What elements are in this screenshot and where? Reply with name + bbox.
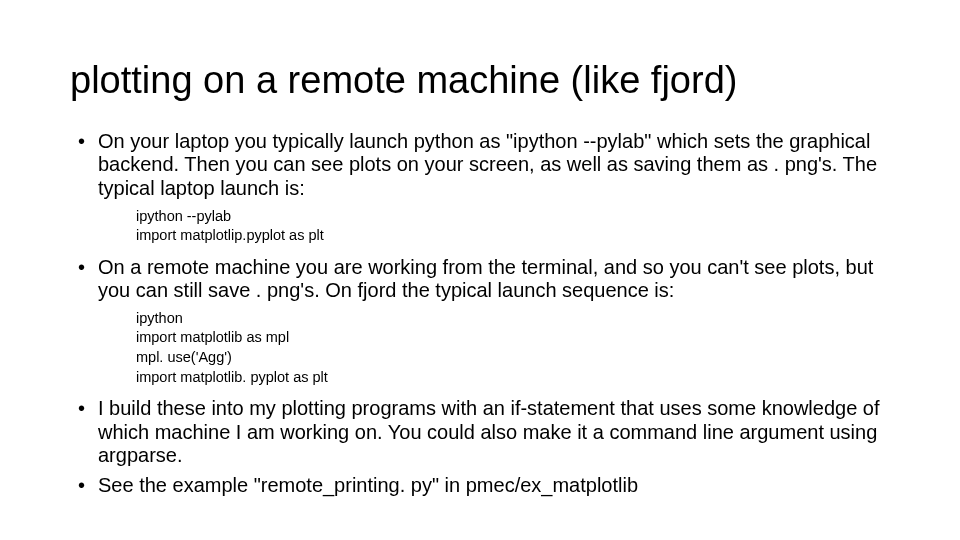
code-line: ipython --pylab [136,207,890,227]
bullet-item: See the example "remote_printing. py" in… [70,474,890,498]
code-line: import matplotlib. pyplot as plt [136,368,890,388]
bullet-text: I build these into my plotting programs … [98,397,880,466]
code-line: import matplotlib as mpl [136,328,890,348]
code-block-laptop: ipython --pylab import matplotlip.pyplot… [136,207,890,246]
slide-title: plotting on a remote machine (like fjord… [70,60,890,102]
bullet-text: On a remote machine you are working from… [98,256,873,302]
bullet-text: On your laptop you typically launch pyth… [98,130,877,199]
bullet-item: I build these into my plotting programs … [70,397,890,468]
code-line: mpl. use('Agg') [136,348,890,368]
bullet-item: On your laptop you typically launch pyth… [70,130,890,246]
code-line: import matplotlip.pyplot as plt [136,226,890,246]
slide: plotting on a remote machine (like fjord… [0,0,960,540]
bullet-text: See the example "remote_printing. py" in… [98,474,638,496]
bullet-item: On a remote machine you are working from… [70,256,890,387]
code-block-remote: ipython import matplotlib as mpl mpl. us… [136,309,890,387]
bullet-list: On your laptop you typically launch pyth… [70,130,890,498]
code-line: ipython [136,309,890,329]
